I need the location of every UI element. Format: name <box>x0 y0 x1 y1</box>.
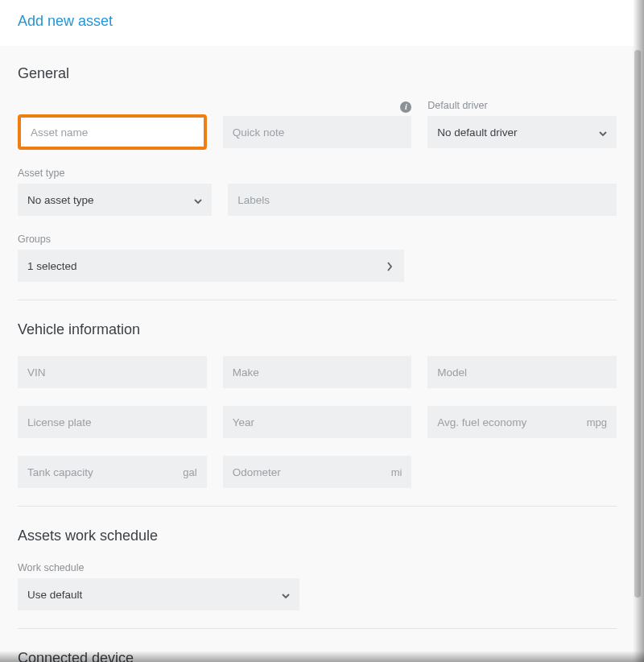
tank-input[interactable] <box>27 466 183 478</box>
default-driver-label: Default driver <box>427 100 617 111</box>
chevron-down-icon <box>599 128 607 136</box>
vin-input[interactable] <box>18 356 207 388</box>
asset-type-value: No asset type <box>27 194 94 206</box>
license-plate-input[interactable] <box>18 406 207 438</box>
odometer-unit: mi <box>391 466 402 478</box>
avg-fuel-field[interactable]: mpg <box>427 406 617 438</box>
divider <box>18 628 617 629</box>
work-schedule-label: Work schedule <box>18 562 617 573</box>
work-schedule-value: Use default <box>27 589 82 601</box>
default-driver-select[interactable]: No default driver <box>427 116 617 148</box>
avg-fuel-unit: mpg <box>587 416 607 428</box>
make-input[interactable] <box>223 356 412 388</box>
divider <box>18 506 617 507</box>
scrollbar[interactable] <box>634 50 641 598</box>
tank-unit: gal <box>183 466 196 478</box>
odometer-input[interactable] <box>233 466 391 478</box>
work-schedule-select[interactable]: Use default <box>18 578 299 610</box>
groups-select[interactable]: 1 selected <box>18 250 404 282</box>
labels-input[interactable] <box>228 184 617 216</box>
asset-type-label: Asset type <box>18 168 212 179</box>
section-heading-vehicle: Vehicle information <box>18 321 617 338</box>
model-input[interactable] <box>427 356 617 388</box>
groups-label: Groups <box>18 234 617 245</box>
year-input[interactable] <box>223 406 412 438</box>
chevron-down-icon <box>194 196 202 204</box>
page-title: Add new asset <box>18 13 617 30</box>
section-heading-work-schedule: Assets work schedule <box>18 528 617 544</box>
section-heading-general: General <box>18 65 617 82</box>
avg-fuel-input[interactable] <box>437 416 586 428</box>
divider <box>18 300 617 300</box>
asset-name-input[interactable] <box>21 118 204 147</box>
default-driver-value: No default driver <box>437 126 517 139</box>
chevron-down-icon <box>282 590 290 598</box>
chevron-right-icon <box>386 262 394 270</box>
groups-value: 1 selected <box>27 260 77 272</box>
info-icon[interactable]: i <box>400 101 411 113</box>
odometer-field[interactable]: mi <box>223 456 412 488</box>
labels-spacer <box>228 168 617 179</box>
quick-note-input[interactable] <box>223 116 412 148</box>
asset-type-select[interactable]: No asset type <box>18 184 212 216</box>
section-heading-connected-device: Connected device <box>18 650 617 662</box>
tank-field[interactable]: gal <box>18 456 207 488</box>
